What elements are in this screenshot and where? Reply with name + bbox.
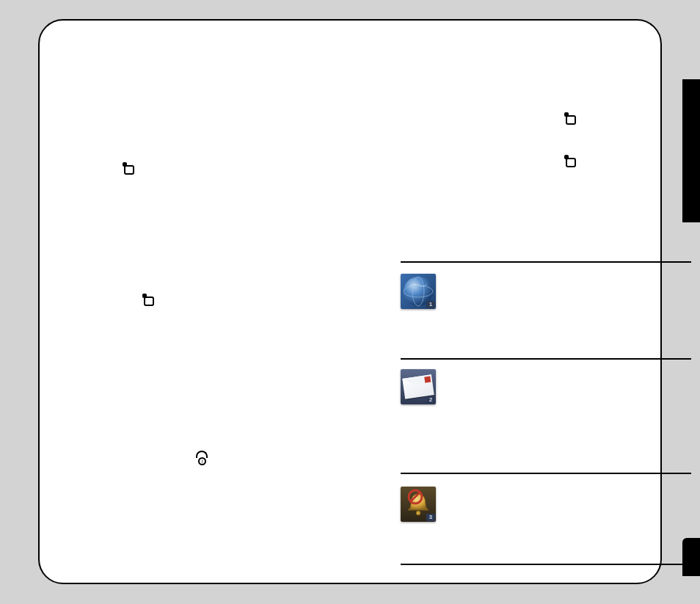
bell-no-icon: 3 <box>401 487 436 522</box>
thumbnail-badge: 2 <box>426 396 435 404</box>
svg-point-3 <box>416 511 420 515</box>
thumbnail-badge: 1 <box>426 301 435 308</box>
envelope-icon: 2 <box>401 369 436 404</box>
side-tab-bottom <box>682 538 700 576</box>
globe-icon: 1 <box>401 274 436 309</box>
manual-page: i 1 2 <box>38 19 662 584</box>
section-divider <box>401 564 691 565</box>
thumbnail-badge: 3 <box>426 514 435 521</box>
side-tab-top <box>682 79 700 222</box>
section-divider <box>401 358 691 360</box>
section-divider <box>401 261 691 263</box>
section-divider <box>401 473 691 474</box>
